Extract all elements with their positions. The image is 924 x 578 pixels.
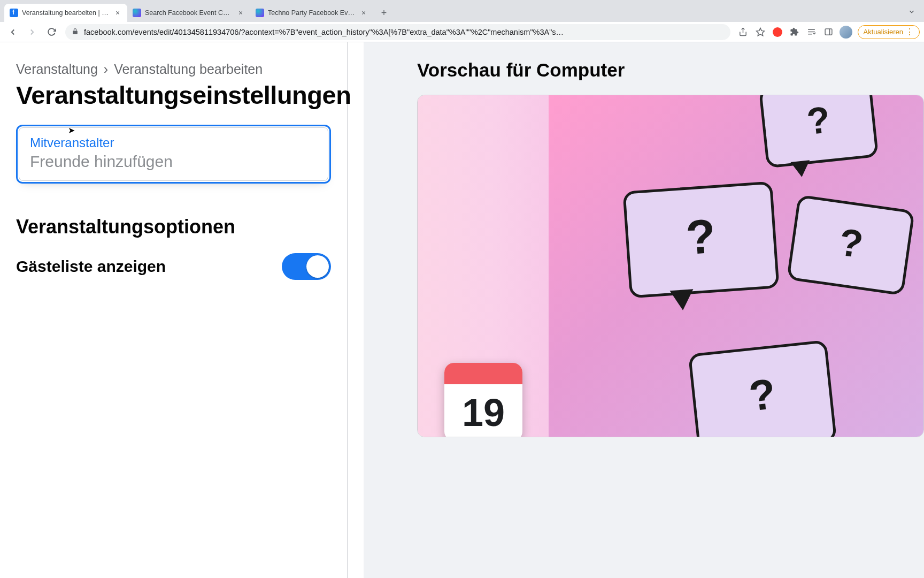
breadcrumb-root[interactable]: Veranstaltung [16,62,98,77]
cover-image: ? ? ? ? [549,95,923,437]
tabs-dropdown-icon[interactable] [904,4,920,20]
update-label: Aktualisieren [864,28,903,36]
new-tab-button[interactable]: + [376,5,391,20]
browser-tab[interactable]: Search Facebook Event Cover × [127,4,250,22]
profile-avatar[interactable] [838,25,853,40]
options-heading: Veranstaltungsoptionen [16,216,331,238]
favicon-canva-icon [256,9,264,17]
guestlist-label: Gästeliste anzeigen [16,257,166,276]
cohost-input[interactable] [30,153,317,171]
cohost-label: Mitveranstalter [30,135,317,150]
close-icon[interactable]: × [236,9,245,17]
address-bar[interactable]: facebook.com/events/edit/401345811934706… [65,24,730,40]
preview-card: ? ? ? ? 19 [417,95,924,437]
extension-adblock-icon[interactable] [770,25,785,40]
settings-panel: ➤ Veranstaltung › Veranstaltung bearbeit… [0,42,348,578]
url-text: facebook.com/events/edit/401345811934706… [84,28,724,36]
browser-toolbar: facebook.com/events/edit/401345811934706… [0,22,924,42]
reading-list-icon[interactable] [804,25,819,40]
close-icon[interactable]: × [359,9,368,17]
page-title: Veranstaltungseinstellungen [16,80,331,110]
menu-dots-icon: ⋮ [905,28,914,36]
calendar-day: 19 [444,384,522,437]
svg-marker-1 [756,28,764,35]
close-icon[interactable]: × [113,9,122,17]
side-panel-icon[interactable] [821,25,836,40]
page-body: ➤ Veranstaltung › Veranstaltung bearbeit… [0,42,924,578]
extensions-icon[interactable] [787,25,802,40]
bookmark-star-icon[interactable] [753,25,768,40]
lock-icon [72,28,79,36]
chevron-right-icon: › [104,62,108,77]
browser-tab[interactable]: Techno Party Facebook Event × [250,4,373,22]
forward-button[interactable] [24,24,41,41]
browser-tab-active[interactable]: Veranstaltung bearbeiten | Fac × [4,4,127,22]
tab-strip: Veranstaltung bearbeiten | Fac × Search … [0,0,924,22]
calendar-icon: 19 [444,363,522,437]
svg-rect-5 [825,29,832,35]
preview-title: Vorschau für Computer [417,59,924,81]
preview-panel: Vorschau für Computer ? ? ? ? 19 [364,42,924,578]
breadcrumb-current: Veranstaltung bearbeiten [114,62,263,77]
cohost-input-container[interactable]: Mitveranstalter [16,125,331,184]
toggle-knob [306,255,329,278]
back-button[interactable] [4,24,21,41]
guestlist-toggle[interactable] [282,253,331,280]
tab-title: Techno Party Facebook Event [268,9,356,17]
favicon-facebook-icon [10,9,18,17]
share-icon[interactable] [736,25,751,40]
favicon-canva-icon [133,9,141,17]
tab-title: Veranstaltung bearbeiten | Fac [22,9,110,17]
guestlist-option-row: Gästeliste anzeigen [16,253,331,280]
update-button[interactable]: Aktualisieren ⋮ [858,25,920,39]
tab-title: Search Facebook Event Cover [145,9,233,17]
breadcrumb: Veranstaltung › Veranstaltung bearbeiten [16,62,331,77]
reload-button[interactable] [43,24,60,41]
